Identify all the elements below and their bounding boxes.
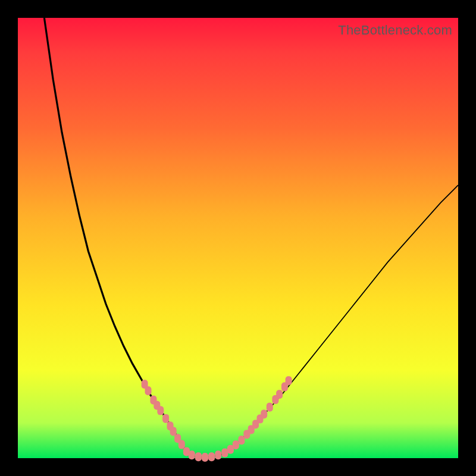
overlay-dot (221, 449, 228, 458)
overlay-dot (178, 440, 185, 449)
plot-area: TheBottleneck.com (18, 18, 458, 458)
dot-group (142, 376, 292, 462)
overlay-dot (267, 403, 273, 412)
overlay-dot (195, 452, 202, 461)
curve-left-curve (44, 18, 187, 454)
overlay-dot (157, 406, 164, 415)
overlay-dot (202, 453, 208, 462)
overlay-dot (286, 376, 292, 385)
overlay-dot (170, 427, 177, 436)
overlay-dot (145, 386, 152, 395)
overlay-dot (276, 390, 283, 399)
chart-frame: TheBottleneck.com (0, 0, 476, 476)
curves-svg (18, 18, 458, 458)
overlay-dot (215, 450, 221, 459)
overlay-dot (261, 410, 267, 419)
overlay-dot (162, 414, 169, 423)
overlay-dot (233, 440, 239, 449)
overlay-dot (208, 452, 215, 461)
overlay-dot (189, 450, 195, 459)
curve-group (44, 18, 458, 458)
curve-right-tail (352, 185, 458, 306)
